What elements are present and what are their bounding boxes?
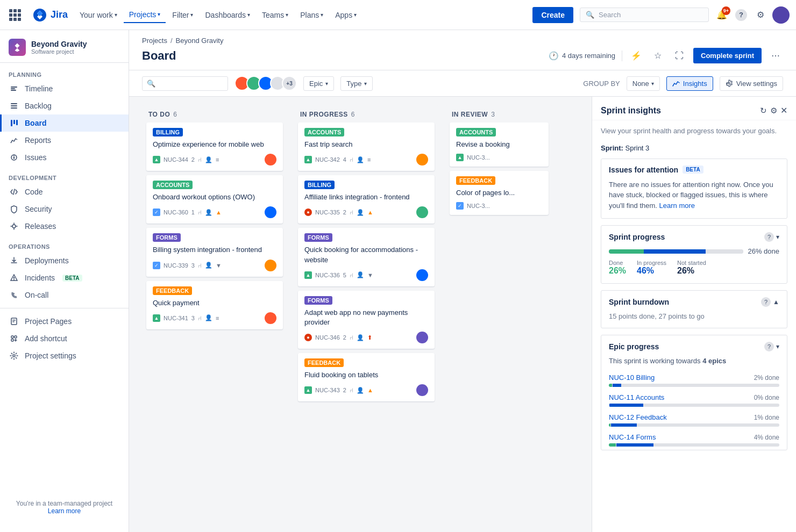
settings-icon[interactable]: ⚙ bbox=[770, 106, 777, 116]
nav-filter[interactable]: Filter▾ bbox=[167, 8, 198, 23]
sidebar-item-security[interactable]: Security bbox=[0, 200, 129, 218]
project-info[interactable]: Beyond Gravity Software project bbox=[0, 30, 129, 63]
card-nuc-341[interactable]: FEEDBACK Quick payment ▲ NUC-341 3 ⑁ 👤 ≡ bbox=[146, 281, 283, 329]
epic-name-forms[interactable]: NUC-14 Forms bbox=[609, 433, 656, 441]
progress-stats: Done 26% In progress 46% Not started 26% bbox=[609, 260, 779, 276]
complete-sprint-button[interactable]: Complete sprint bbox=[693, 48, 762, 63]
user-avatar[interactable] bbox=[772, 6, 790, 24]
close-icon[interactable]: ✕ bbox=[780, 105, 787, 116]
equals-icon: ≡ bbox=[216, 156, 219, 163]
view-settings-button[interactable]: View settings bbox=[720, 76, 783, 91]
insights-button[interactable]: Insights bbox=[666, 76, 713, 91]
sidebar-item-project-settings[interactable]: Project settings bbox=[0, 347, 129, 364]
help-button[interactable]: ? bbox=[733, 6, 750, 24]
refresh-icon[interactable]: ↻ bbox=[760, 106, 767, 116]
person-icon: 👤 bbox=[205, 314, 212, 321]
epic-item-billing: NUC-10 Billing 2% done bbox=[601, 370, 787, 390]
person-icon: 👤 bbox=[205, 156, 212, 163]
sidebar-item-releases[interactable]: Releases bbox=[0, 218, 129, 235]
card-color[interactable]: FEEDBACK Color of pages lo... ✓ NUC-3... bbox=[450, 171, 549, 215]
footer-link[interactable]: Learn more bbox=[48, 507, 81, 515]
oncall-icon bbox=[9, 291, 19, 299]
insights-panel-title: Sprint insights bbox=[601, 106, 661, 116]
sidebar-item-backlog[interactable]: Backlog bbox=[0, 97, 129, 114]
card-nuc-336[interactable]: FORMS Quick booking for accommodations -… bbox=[298, 228, 435, 286]
collapse-icon[interactable]: ▾ bbox=[776, 233, 779, 241]
fullscreen-button[interactable]: ⛶ bbox=[672, 48, 687, 63]
column-header-todo: TO DO 6 bbox=[142, 105, 287, 123]
footer-text: You're in a team-managed project bbox=[9, 500, 120, 507]
search-box[interactable]: 🔍 Search bbox=[580, 8, 709, 22]
card-revise[interactable]: ACCOUNTS Revise a booking ▲ NUC-3... bbox=[450, 123, 549, 167]
breadcrumb-projects[interactable]: Projects bbox=[142, 37, 167, 45]
epic-name-feedback[interactable]: NUC-12 Feedback bbox=[609, 413, 667, 421]
issues-learn-more[interactable]: Learn more bbox=[659, 202, 695, 210]
settings-button[interactable]: ⚙ bbox=[752, 6, 769, 24]
development-section-label: DEVELOPMENT bbox=[0, 166, 129, 183]
nav-apps[interactable]: Apps▾ bbox=[330, 8, 362, 23]
more-actions-button[interactable]: ⋯ bbox=[768, 48, 783, 63]
vertical-divider bbox=[622, 51, 622, 61]
type-filter[interactable]: Type ▾ bbox=[340, 76, 373, 91]
expand-icon[interactable]: ▲ bbox=[773, 298, 779, 306]
branch-icon: ⑁ bbox=[198, 262, 202, 269]
help-icon[interactable]: ? bbox=[761, 297, 771, 307]
jira-logo[interactable]: Jira bbox=[28, 8, 72, 23]
burndown-body: 15 points done, 27 points to go bbox=[601, 312, 787, 328]
nav-plans[interactable]: Plans▾ bbox=[295, 8, 329, 23]
sidebar-item-timeline[interactable]: Timeline bbox=[0, 80, 129, 97]
star-button[interactable]: ☆ bbox=[650, 48, 665, 63]
expand-icon[interactable]: ▾ bbox=[776, 343, 779, 350]
avatar-more[interactable]: +3 bbox=[282, 76, 297, 91]
create-button[interactable]: Create bbox=[532, 7, 573, 23]
sidebar-item-oncall[interactable]: On-call bbox=[0, 286, 129, 304]
card-nuc-339[interactable]: FORMS Billing system integration - front… bbox=[146, 228, 283, 276]
card-nuc-342[interactable]: ACCOUNTS Fast trip search ▲ NUC-342 4 ⑁ … bbox=[298, 123, 435, 171]
card-nuc-360[interactable]: ACCOUNTS Onboard workout options (OWO) ✓… bbox=[146, 175, 283, 224]
epic-filter[interactable]: Epic ▾ bbox=[303, 76, 334, 91]
groupby-none-button[interactable]: None ▾ bbox=[627, 76, 660, 91]
epic-name-billing[interactable]: NUC-10 Billing bbox=[609, 373, 655, 382]
help-icon[interactable]: ? bbox=[764, 342, 774, 351]
epic-item-header: NUC-11 Accounts 0% done bbox=[609, 393, 779, 401]
sidebar-item-reports[interactable]: Reports bbox=[0, 132, 129, 149]
chart-icon bbox=[672, 80, 680, 87]
sidebar-item-code[interactable]: Code bbox=[0, 183, 129, 200]
burndown-section: Sprint burndown ? ▲ 15 points done, 27 p… bbox=[601, 290, 787, 328]
nav-projects[interactable]: Projects▾ bbox=[124, 7, 166, 23]
epic-item-accounts: NUC-11 Accounts 0% done bbox=[601, 390, 787, 410]
stat-done-value: 26% bbox=[609, 266, 626, 276]
notification-badge: 9+ bbox=[722, 6, 730, 15]
sidebar-item-issues[interactable]: Issues bbox=[0, 149, 129, 166]
waffle-menu[interactable] bbox=[6, 6, 24, 24]
card-title: Adapt web app no new payments provider bbox=[304, 308, 428, 327]
board-actions: 🕐 4 days remaining ⚡ ☆ ⛶ Complete sprint… bbox=[549, 48, 783, 63]
sidebar-item-label: Reports bbox=[25, 136, 51, 145]
sidebar-item-add-shortcut[interactable]: Add shortcut bbox=[0, 330, 129, 347]
nav-your-work[interactable]: Your work▾ bbox=[74, 8, 123, 23]
card-nuc-343[interactable]: FEEDBACK Fluid booking on tablets ▲ NUC-… bbox=[298, 353, 435, 401]
sprint-name: Sprint 3 bbox=[626, 144, 650, 152]
epic-inprogress-bar bbox=[613, 384, 621, 387]
toolbar-search[interactable]: 🔍 bbox=[142, 76, 228, 91]
help-icon: ? bbox=[735, 9, 747, 21]
breadcrumb-project[interactable]: Beyond Gravity bbox=[176, 37, 224, 45]
sidebar-item-deployments[interactable]: Deployments bbox=[0, 252, 129, 269]
board-search-input[interactable] bbox=[159, 80, 223, 88]
sidebar-item-project-pages[interactable]: Project Pages bbox=[0, 313, 129, 330]
card-nuc-344[interactable]: BILLING Optimize experience for mobile w… bbox=[146, 123, 283, 171]
sidebar-item-incidents[interactable]: Incidents BETA bbox=[0, 269, 129, 286]
help-icon[interactable]: ? bbox=[764, 232, 774, 242]
sprint-name-row: Sprint: Sprint 3 bbox=[592, 142, 796, 159]
sidebar-item-label: Deployments bbox=[25, 256, 69, 265]
column-header-inprogress: IN PROGRESS 6 bbox=[294, 105, 439, 123]
card-nuc-346[interactable]: FORMS Adapt web app no new payments prov… bbox=[298, 291, 435, 349]
nav-dashboards[interactable]: Dashboards▾ bbox=[200, 8, 255, 23]
lightning-button[interactable]: ⚡ bbox=[629, 48, 644, 63]
notification-button[interactable]: 🔔 9+ bbox=[713, 6, 730, 24]
search-placeholder-text: Search bbox=[599, 11, 621, 19]
nav-teams[interactable]: Teams▾ bbox=[257, 8, 294, 23]
card-nuc-335[interactable]: BILLING Affiliate links integration - fr… bbox=[298, 175, 435, 224]
epic-name-accounts[interactable]: NUC-11 Accounts bbox=[609, 393, 664, 401]
sidebar-item-board[interactable]: Board bbox=[0, 114, 129, 132]
